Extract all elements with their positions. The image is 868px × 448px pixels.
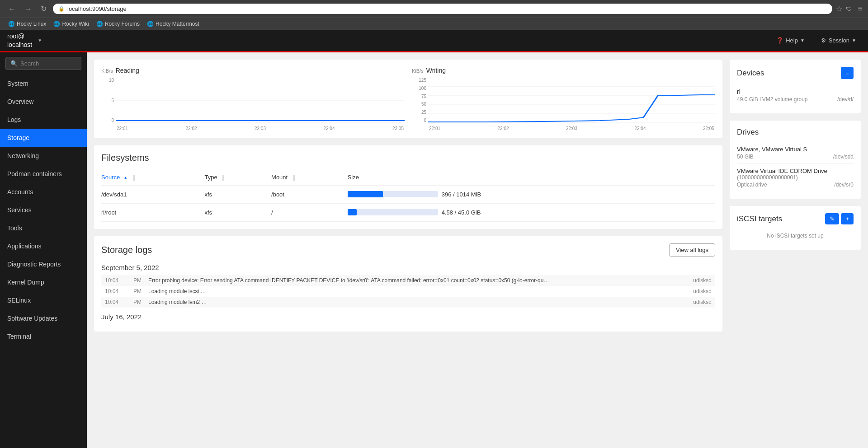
logs-section: Storage logs View all logs September 5, … [94, 236, 722, 331]
drive-item-1[interactable]: VMware Virtual IDE CDROM Drive (10000000… [737, 164, 854, 191]
writing-y-25: 25 [412, 110, 426, 115]
writing-y-100: 100 [412, 86, 426, 91]
drive-size-0: 50 GiB [737, 154, 754, 160]
table-row[interactable]: /dev/sda1 xfs /boot 396 / 1014 MiB [101, 185, 715, 204]
type-col-resize[interactable] [222, 175, 224, 181]
iscsi-add-button[interactable]: + [841, 213, 854, 224]
sidebar-item-selinux[interactable]: SELinux [0, 291, 87, 309]
help-icon: ❓ [776, 37, 783, 44]
forward-button[interactable]: → [22, 4, 34, 14]
back-button[interactable]: ← [5, 4, 18, 14]
globe-icon-2: 🌐 [53, 21, 60, 27]
sidebar-item-services[interactable]: Services [0, 201, 87, 219]
app-header-right: ❓ Help ▼ ⚙ Session ▼ [772, 34, 861, 47]
table-row[interactable]: rl/root xfs / 4.58 / 45.0 GiB [101, 203, 715, 221]
iscsi-empty-text: No iSCSI targets set up [737, 229, 854, 243]
device-item[interactable]: rl 49.0 GiB LVM2 volume group /dev/rl/ [737, 84, 854, 106]
main-content: KiB/s Reading 10 5 0 [94, 60, 722, 444]
device-sub: 49.0 GiB LVM2 volume group /dev/rl/ [737, 96, 854, 103]
list-item: 10:04 PM Error probing device: Error sen… [101, 275, 715, 286]
globe-icon-4: 🌐 [147, 21, 154, 27]
col-mount[interactable]: Mount [271, 170, 348, 185]
sidebar-item-logs[interactable]: Logs [0, 111, 87, 129]
progress-bar-fill-1 [348, 209, 357, 215]
address-bar[interactable]: 🔒 localhost:9090/storage [53, 4, 832, 14]
sidebar-item-terminal[interactable]: Terminal [0, 327, 87, 345]
sidebar-item-software[interactable]: Software Updates [0, 309, 87, 327]
log-level-1: PM [133, 288, 145, 294]
list-item: 10:04 PM Loading module lvm2 … udisksd [101, 297, 715, 308]
bookmark-rocky-mattermost[interactable]: 🌐 Rocky Mattermost [144, 20, 202, 28]
drive-path-0: /dev/sda [833, 154, 854, 160]
filesystems-section: Filesystems Source ▲ Type [94, 145, 722, 229]
username-display: root@ [7, 32, 32, 40]
view-all-logs-button[interactable]: View all logs [669, 243, 715, 257]
sidebar-item-accounts[interactable]: Accounts [0, 183, 87, 201]
writing-x-labels: 22:01 22:02 22:03 22:04 22:05 [428, 126, 715, 131]
mount-col-resize[interactable] [293, 175, 295, 181]
reading-unit: KiB/s [101, 68, 113, 74]
lock-icon: 🔒 [58, 6, 65, 12]
gear-icon: ⚙ [821, 37, 826, 44]
log-time-2: 10:04 [105, 299, 130, 305]
iscsi-header: iSCSI targets ✎ + [737, 213, 854, 224]
device-path: /dev/rl/ [837, 96, 854, 103]
source-col-resize[interactable] [133, 175, 135, 181]
address-text: localhost:9090/storage [67, 5, 127, 12]
sidebar-item-applications[interactable]: Applications [0, 237, 87, 255]
fs-type-0: xfs [204, 185, 271, 204]
bookmark-rocky-wiki[interactable]: 🌐 Rocky Wiki [51, 20, 91, 28]
bookmark-rocky-linux[interactable]: 🌐 Rocky Linux [5, 20, 49, 28]
iscsi-card: iSCSI targets ✎ + No iSCSI targets set u… [730, 206, 861, 250]
writing-chart: KiB/s Writing 125 100 75 50 25 0 [412, 67, 715, 131]
log-time-0: 10:04 [105, 277, 130, 284]
sidebar-item-podman[interactable]: Podman containers [0, 165, 87, 183]
globe-icon-3: 🌐 [96, 21, 103, 27]
user-dropdown-icon[interactable]: ▼ [38, 38, 42, 43]
menu-icon[interactable]: ≡ [858, 4, 863, 14]
hostname-display: localhost [7, 41, 32, 49]
reading-y-label-10: 10 [101, 78, 114, 83]
log-level-0: PM [133, 277, 145, 284]
filesystems-header-row: Source ▲ Type Mount [101, 170, 715, 185]
reading-title: Reading [116, 67, 139, 74]
search-input[interactable]: 🔍 Search [5, 57, 81, 70]
sidebar-item-networking[interactable]: Networking [0, 147, 87, 165]
drive-sub-1: Optical drive /dev/sr0 [737, 182, 854, 188]
bookmark-rocky-forums[interactable]: 🌐 Rocky Forums [94, 20, 142, 28]
writing-y-125: 125 [412, 78, 426, 83]
sidebar-item-diagnostic[interactable]: Diagnostic Reports [0, 255, 87, 273]
logs-header: Storage logs View all logs [101, 243, 715, 257]
iscsi-edit-button[interactable]: ✎ [825, 213, 839, 224]
reading-y-label-5: 5 [101, 98, 114, 103]
drive-item-0[interactable]: VMware, VMware Virtual S 50 GiB /dev/sda [737, 142, 854, 164]
charts-section: KiB/s Reading 10 5 0 [94, 60, 722, 138]
col-size[interactable]: Size [348, 170, 715, 185]
devices-card: Devices ≡ rl 49.0 GiB LVM2 volume group … [730, 60, 861, 113]
session-button[interactable]: ⚙ Session ▼ [816, 34, 861, 47]
log-date-0: September 5, 2022 [101, 264, 715, 271]
content-area: KiB/s Reading 10 5 0 [87, 52, 868, 448]
devices-list-button[interactable]: ≡ [841, 67, 854, 79]
bookmark-star-icon[interactable]: ☆ [836, 5, 842, 13]
help-chevron-icon: ▼ [800, 38, 805, 43]
reload-button[interactable]: ↻ [38, 4, 49, 14]
sidebar-item-overview[interactable]: Overview [0, 93, 87, 111]
main-layout: 🔍 Search System Overview Logs Storage Ne… [0, 52, 868, 448]
col-source[interactable]: Source ▲ [101, 170, 204, 185]
size-label-1: 4.58 / 45.0 GiB [442, 209, 481, 216]
devices-title: Devices [737, 69, 764, 78]
sidebar-item-system[interactable]: System [0, 75, 87, 93]
writing-chart-svg [428, 78, 715, 123]
list-item: 10:04 PM Loading module iscsi … udisksd [101, 286, 715, 297]
fs-source-1: rl/root [101, 203, 204, 221]
col-type[interactable]: Type [204, 170, 271, 185]
user-info[interactable]: root@ localhost [7, 32, 32, 48]
writing-y-75: 75 [412, 94, 426, 99]
drive-type-1: Optical drive [737, 182, 767, 188]
sidebar-item-storage[interactable]: Storage [0, 129, 87, 147]
writing-chart-header: KiB/s Writing [412, 67, 715, 74]
sidebar-item-tools[interactable]: Tools [0, 219, 87, 237]
help-button[interactable]: ❓ Help ▼ [772, 34, 809, 47]
sidebar-item-kernel[interactable]: Kernel Dump [0, 273, 87, 291]
